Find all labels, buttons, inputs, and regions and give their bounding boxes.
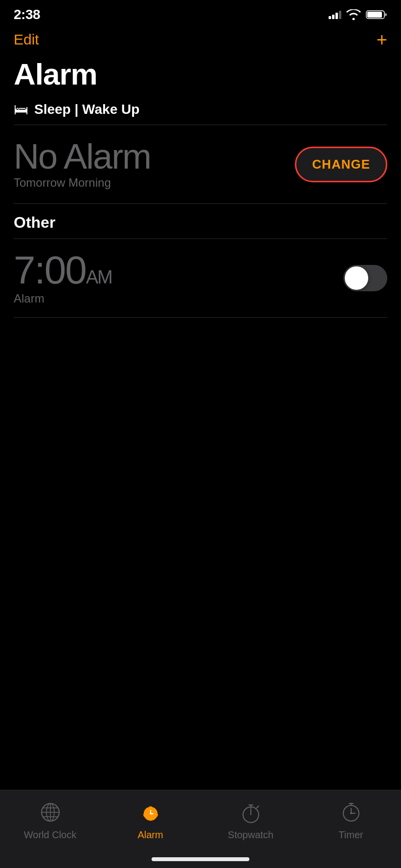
tab-timer-label: Timer: [338, 829, 363, 841]
svg-rect-23: [250, 807, 251, 809]
change-button[interactable]: CHANGE: [295, 147, 387, 182]
alarm-toggle[interactable]: [343, 265, 387, 291]
signal-bars-icon: [329, 10, 341, 19]
no-alarm-text: No Alarm: [14, 139, 151, 174]
tab-world-clock-label: World Clock: [24, 829, 76, 841]
other-section: Other: [0, 204, 401, 239]
svg-point-27: [350, 812, 352, 814]
bed-icon: 🛏: [14, 101, 28, 118]
tab-world-clock[interactable]: World Clock: [0, 799, 100, 841]
alarm-item-info: 7:00AM Alarm: [14, 251, 112, 305]
world-clock-icon: [37, 799, 64, 825]
status-bar: 2:38: [0, 0, 401, 26]
sleep-label: Sleep | Wake Up: [34, 102, 139, 117]
alarm-ampm: AM: [86, 267, 112, 287]
battery-icon: [366, 9, 387, 20]
tab-stopwatch-label: Stopwatch: [228, 829, 273, 841]
tab-bar: World Clock: [0, 790, 401, 868]
alarm-time-display: 7:00AM: [14, 251, 112, 290]
svg-rect-2: [385, 13, 387, 16]
svg-rect-1: [367, 12, 382, 18]
alarm-label: Alarm: [14, 292, 112, 305]
no-alarm-subtitle: Tomorrow Morning: [14, 176, 151, 190]
other-label: Other: [14, 214, 55, 231]
alarm-hour: 7:00: [14, 248, 86, 292]
tab-alarm[interactable]: Alarm: [100, 799, 200, 841]
no-alarm-section: No Alarm Tomorrow Morning CHANGE: [0, 125, 401, 203]
status-icons: [329, 9, 387, 20]
toggle-thumb: [345, 266, 368, 290]
tab-stopwatch[interactable]: Stopwatch: [200, 799, 301, 841]
sleep-section: 🛏 Sleep | Wake Up: [0, 101, 401, 125]
svg-point-17: [155, 813, 158, 816]
tab-alarm-label: Alarm: [137, 829, 163, 841]
svg-point-16: [143, 813, 146, 816]
svg-point-12: [149, 806, 152, 809]
tab-timer[interactable]: Timer: [301, 799, 401, 841]
edit-button[interactable]: Edit: [14, 31, 39, 48]
add-button[interactable]: +: [377, 30, 387, 49]
svg-line-22: [257, 806, 259, 808]
stopwatch-icon: [238, 799, 264, 825]
status-time: 2:38: [14, 7, 40, 22]
wifi-icon: [346, 9, 361, 20]
alarm-item[interactable]: 7:00AM Alarm: [0, 239, 401, 317]
home-indicator: [152, 857, 249, 861]
timer-icon: [338, 799, 364, 825]
toggle-track: [343, 265, 387, 291]
no-alarm-info: No Alarm Tomorrow Morning: [14, 139, 151, 190]
page-title: Alarm: [0, 55, 401, 101]
svg-point-15: [150, 813, 151, 815]
nav-bar: Edit +: [0, 26, 401, 55]
divider-4: [14, 317, 387, 318]
change-button-label: CHANGE: [312, 157, 370, 172]
alarm-tab-icon: [137, 799, 164, 825]
